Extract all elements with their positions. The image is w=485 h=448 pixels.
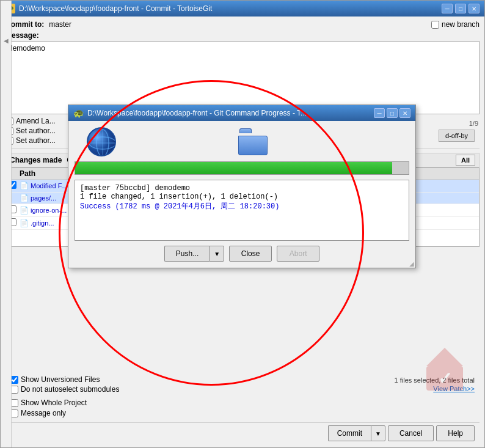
set-author-checkbox[interactable]: Set author... — [5, 127, 56, 135]
files-selected-text: 1 files selected, 2 files total — [395, 376, 475, 384]
dialog-body: [master 75bccbd] demodemo 1 file changed… — [68, 121, 415, 268]
message-only-label: Message only — [21, 409, 66, 417]
do-not-autoselect-label: Do not autoselect submodules — [21, 385, 119, 394]
cancel-button[interactable]: Cancel — [388, 425, 434, 441]
show-unversioned-label: Show Unversioned Files — [21, 375, 100, 384]
do-not-autoselect-checkbox[interactable]: Do not autoselect submodules — [10, 385, 119, 394]
main-title-bar: 🐢 D:\Workspace\foodapp\foodapp-front - C… — [1, 1, 484, 17]
new-branch-checkbox[interactable]: new branch — [431, 20, 480, 29]
output-line-4: Success (1782 ms @ 2021年4月6日, 周二 18:20:3… — [80, 201, 404, 211]
commit-to-row: Commit to: master new branch — [5, 20, 480, 29]
folder-icon — [238, 128, 268, 155]
close-button-dialog[interactable]: Close — [229, 246, 272, 262]
dialog-title-text: D:\Workspace\foodapp\foodapp-front - Git… — [87, 109, 307, 117]
signed-off-button[interactable]: d-off-by — [439, 130, 475, 142]
dialog-app-icon: 🐢 — [73, 108, 84, 118]
new-branch-check[interactable] — [431, 21, 439, 29]
show-unversioned-checkbox[interactable]: Show Unversioned Files — [10, 375, 119, 384]
main-window: 🐢 D:\Workspace\foodapp\foodapp-front - C… — [0, 0, 485, 448]
changes-tabs: All — [456, 155, 475, 166]
set-author-label: Set author... — [16, 127, 56, 135]
output-line-2: 1 file changed, 1 insertion(+), 1 deleti… — [80, 193, 404, 201]
show-whole-project-checkbox[interactable]: Show Whole Project — [10, 398, 475, 407]
minimize-button[interactable]: ─ — [442, 4, 453, 13]
commit-counter: 1/9 — [469, 120, 478, 127]
dialog-icons-row — [75, 127, 409, 156]
left-resize-edge: ◀ — [1, 1, 12, 447]
message-input[interactable] — [5, 41, 480, 114]
close-button[interactable]: ✕ — [469, 4, 480, 13]
progress-bar-fill — [75, 162, 392, 174]
changes-label: Changes made — [10, 156, 62, 164]
extra-checks: Show Whole Project Message only — [5, 398, 480, 420]
message-section: Message: — [5, 31, 480, 114]
set-author-date-checkbox[interactable]: Set author... — [5, 136, 56, 145]
commit-button-split: Commit ▼ — [328, 425, 385, 441]
set-author-date-label: Set author... — [16, 136, 56, 145]
push-button[interactable]: Push... — [164, 246, 210, 262]
bottom-bar: Show Unversioned Files Do not autoselect… — [5, 373, 480, 396]
commit-dropdown-arrow[interactable]: ▼ — [371, 425, 385, 441]
commit-button[interactable]: Commit — [328, 425, 371, 441]
maximize-button[interactable]: □ — [455, 4, 466, 13]
progress-bar-container — [75, 161, 409, 175]
message-label: Message: — [5, 31, 480, 40]
message-only-checkbox[interactable]: Message only — [10, 409, 475, 417]
tab-all[interactable]: All — [456, 155, 475, 166]
push-button-split: Push... ▼ — [164, 246, 224, 262]
dialog-close-button[interactable]: ✕ — [399, 108, 410, 118]
dialog-window: 🐢 D:\Workspace\foodapp\foodapp-front - G… — [68, 105, 416, 268]
new-branch-label: new branch — [442, 20, 480, 29]
help-button[interactable]: Help — [436, 425, 475, 441]
output-line-1: [master 75bccbd] demodemo — [80, 184, 404, 193]
dialog-minimize-button[interactable]: ─ — [374, 108, 385, 118]
main-window-title: D:\Workspace\foodapp\foodapp-front - Com… — [19, 4, 212, 13]
show-whole-project-label: Show Whole Project — [21, 398, 87, 407]
dialog-buttons-row: Push... ▼ Close Abort — [75, 246, 409, 262]
abort-button[interactable]: Abort — [277, 246, 319, 262]
resize-handle[interactable]: ◢ — [408, 260, 414, 266]
left-arrow-icon[interactable]: ◀ — [4, 37, 9, 44]
globe-icon — [87, 127, 116, 156]
dialog-title-bar: 🐢 D:\Workspace\foodapp\foodapp-front - G… — [68, 105, 415, 121]
view-patch-link[interactable]: View Patch>> — [433, 385, 475, 392]
amend-last-checkbox[interactable]: Amend La... — [5, 117, 56, 125]
amend-last-label: Amend La... — [16, 117, 56, 125]
dialog-maximize-button[interactable]: □ — [387, 108, 398, 118]
action-buttons-row: Commit ▼ Cancel Help — [5, 422, 480, 444]
output-area: [master 75bccbd] demodemo 1 file changed… — [75, 180, 409, 241]
commit-branch: master — [49, 20, 71, 29]
push-dropdown-arrow[interactable]: ▼ — [210, 246, 224, 262]
